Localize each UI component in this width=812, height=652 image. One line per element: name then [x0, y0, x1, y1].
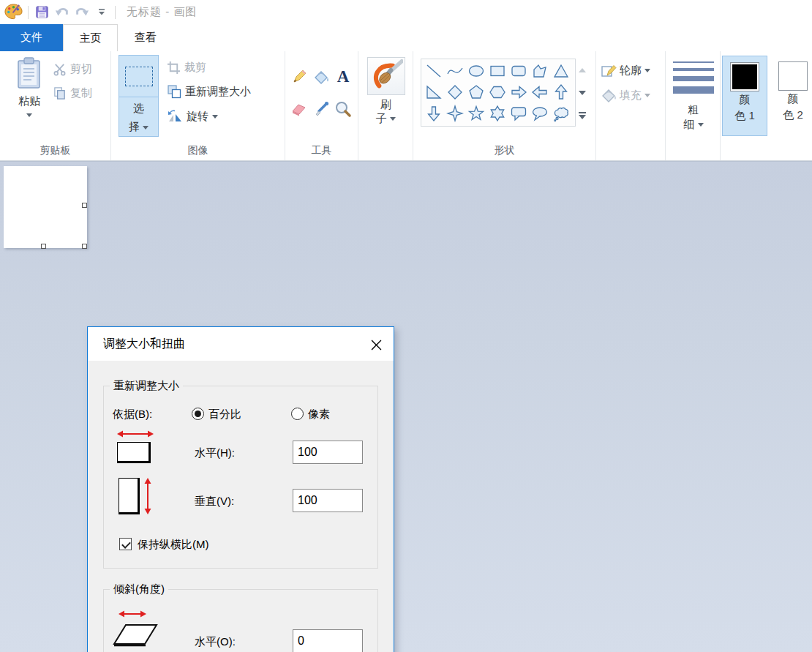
shape-callout-oval-icon[interactable] — [529, 102, 550, 124]
color2-button[interactable]: 颜 色 2 — [770, 56, 812, 136]
ribbon-group-image: 选 择 裁剪 重新调整大小 旋转 — [111, 51, 285, 160]
skew-groupbox: 倾斜(角度) 水平(O): — [103, 589, 378, 652]
skew-horizontal-input[interactable] — [293, 629, 363, 652]
vertical-resize-icon — [119, 478, 153, 514]
shape-right-triangle-icon[interactable] — [423, 81, 444, 102]
resize-button[interactable]: 重新调整大小 — [167, 84, 251, 99]
skew-group-label: 倾斜(角度) — [110, 582, 168, 596]
shape-callout-rounded-icon[interactable] — [508, 102, 529, 124]
rotate-icon — [167, 109, 183, 124]
shape-triangle-icon[interactable] — [550, 60, 571, 81]
resize-skew-dialog: 调整大小和扭曲 重新调整大小 依据(B): 百分比 像素 — [87, 326, 394, 652]
resize-vertical-input[interactable] — [293, 489, 363, 512]
fill-bucket-icon — [312, 68, 330, 86]
shape-hexagon-icon[interactable] — [486, 81, 508, 102]
size-button[interactable]: 粗 细 — [672, 59, 715, 132]
fill-tool-button[interactable] — [312, 67, 331, 86]
shape-diamond-icon[interactable] — [444, 81, 465, 102]
shape-star-4-icon[interactable] — [444, 102, 465, 124]
resize-horizontal-label: 水平(H): — [195, 446, 235, 460]
tab-file[interactable]: 文件 — [0, 24, 63, 51]
copy-label: 复制 — [70, 86, 92, 100]
radio-pixels-label[interactable]: 像素 — [308, 408, 330, 421]
shape-callout-cloud-icon[interactable] — [550, 102, 571, 124]
shapes-section-label: 形状 — [413, 144, 595, 157]
save-button[interactable] — [32, 3, 52, 22]
undo-button[interactable] — [52, 3, 72, 22]
dialog-close-button[interactable] — [369, 337, 383, 352]
triangle-up-icon — [579, 68, 586, 72]
shape-curve-icon[interactable] — [444, 60, 465, 81]
resize-by-label: 依据(B): — [113, 408, 152, 421]
shapes-scroll-down-button[interactable] — [575, 81, 590, 104]
ribbon-group-outline-fill: 轮廓 填充 — [596, 51, 666, 160]
scissors-icon — [53, 62, 67, 76]
shapes-scroll-up-button[interactable] — [575, 59, 590, 81]
crop-label: 裁剪 — [184, 61, 206, 75]
tab-home[interactable]: 主页 — [63, 24, 118, 51]
shape-line-icon[interactable] — [423, 60, 444, 81]
text-tool-icon: A — [337, 67, 350, 86]
shape-arrow-down-icon[interactable] — [423, 102, 444, 124]
shape-arrow-up-icon[interactable] — [550, 81, 571, 102]
shape-star-6-icon[interactable] — [486, 102, 508, 124]
ribbon-group-size: 粗 细 — [666, 51, 721, 160]
pencil-tool-button[interactable] — [290, 67, 309, 86]
shape-rectangle-icon[interactable] — [486, 60, 508, 81]
radio-pixels[interactable] — [291, 408, 304, 420]
eraser-icon — [290, 100, 308, 118]
text-tool-button[interactable]: A — [334, 67, 353, 86]
drawing-canvas[interactable] — [4, 166, 87, 248]
resize-horizontal-input[interactable] — [293, 441, 363, 464]
magnifier-tool-button[interactable] — [334, 100, 353, 119]
maintain-aspect-ratio-checkbox[interactable] — [119, 538, 132, 550]
brushes-button[interactable]: 刷 子 — [364, 56, 408, 126]
line-thickness-icon — [673, 61, 714, 94]
color-picker-tool-button[interactable] — [312, 100, 331, 119]
fill-button[interactable]: 填充 — [601, 87, 650, 103]
radio-percentage[interactable] — [192, 408, 204, 420]
eyedropper-icon — [312, 100, 330, 118]
maintain-aspect-ratio-label[interactable]: 保持纵横比(M) — [138, 538, 209, 552]
select-button[interactable]: 选 择 — [119, 55, 159, 137]
color1-label-line2: 色 1 — [723, 108, 767, 124]
shape-arrow-left-icon[interactable] — [529, 81, 550, 102]
shape-pentagon-icon[interactable] — [465, 81, 486, 102]
title-bar[interactable]: 无标题 - 画图 — [0, 0, 812, 24]
dialog-title-bar[interactable]: 调整大小和扭曲 — [88, 327, 394, 361]
radio-percentage-label[interactable]: 百分比 — [208, 408, 241, 421]
shape-arrow-right-icon[interactable] — [508, 81, 529, 102]
fill-shape-icon — [601, 87, 617, 103]
crop-button[interactable]: 裁剪 — [167, 61, 206, 75]
horizontal-skew-icon — [113, 609, 159, 652]
eraser-tool-button[interactable] — [290, 100, 309, 119]
color1-button[interactable]: 颜 色 1 — [722, 56, 767, 136]
shape-star-5-icon[interactable] — [465, 102, 486, 124]
customize-qat-button[interactable] — [91, 3, 111, 22]
resize-icon — [167, 84, 181, 99]
size-label-line2: 细 — [683, 118, 694, 130]
outline-pen-icon — [601, 62, 617, 78]
pencil-icon — [290, 68, 308, 86]
brush-label-line2: 子 — [376, 112, 387, 124]
shape-ellipse-icon[interactable] — [465, 60, 486, 81]
cut-button[interactable]: 剪切 — [53, 62, 92, 76]
shape-polygon-icon[interactable] — [529, 60, 550, 81]
paste-button[interactable]: 粘贴 — [10, 57, 48, 121]
tab-view[interactable]: 查看 — [118, 24, 173, 51]
shapes-more-button[interactable] — [575, 104, 590, 127]
resize-vertical-label: 垂直(V): — [195, 495, 234, 509]
ribbon-group-brushes: 刷 子 — [358, 51, 413, 160]
dropdown-arrow-icon — [698, 123, 704, 127]
canvas-resize-handle-right[interactable] — [82, 203, 87, 208]
rotate-button[interactable]: 旋转 — [167, 109, 218, 124]
canvas-resize-handle-bottom[interactable] — [41, 244, 46, 249]
resize-groupbox: 重新调整大小 依据(B): 百分比 像素 水平(H): — [103, 386, 378, 569]
redo-button[interactable] — [72, 3, 91, 22]
shape-rounded-rectangle-icon[interactable] — [508, 60, 529, 81]
copy-button[interactable]: 复制 — [53, 86, 92, 100]
canvas-resize-handle-corner[interactable] — [82, 244, 87, 249]
outline-button[interactable]: 轮廓 — [601, 62, 650, 78]
select-label-line2: 择 — [129, 120, 140, 132]
dropdown-arrow-icon — [644, 69, 650, 72]
